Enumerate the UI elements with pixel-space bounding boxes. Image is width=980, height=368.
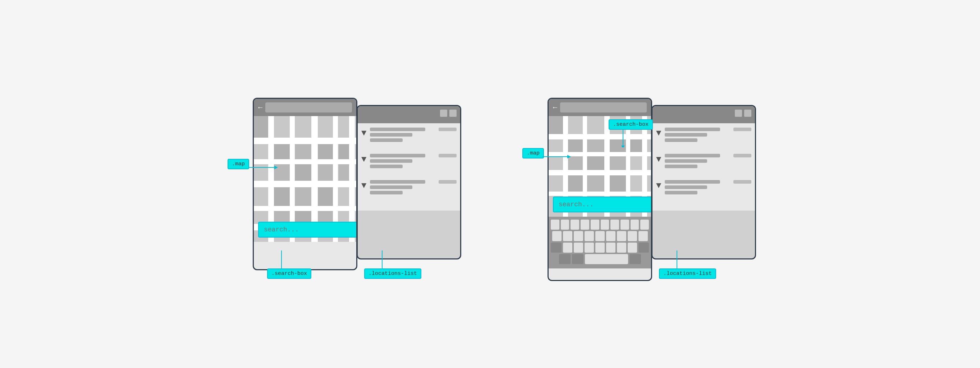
key[interactable]: [638, 231, 648, 241]
svg-rect-24: [295, 187, 311, 206]
keyboard-area: [549, 217, 651, 268]
top-bar-icons-1: [440, 109, 457, 117]
loc-line-sub: [665, 186, 707, 189]
key[interactable]: [561, 220, 570, 230]
svg-rect-54: [568, 175, 583, 192]
location-lines: [665, 128, 730, 144]
key[interactable]: [601, 220, 609, 230]
space-key[interactable]: [585, 254, 628, 264]
key[interactable]: [551, 220, 559, 230]
search-box-annotation-1: .search-box: [267, 268, 311, 279]
loc-line-sub: [665, 159, 707, 163]
key[interactable]: [611, 220, 619, 230]
search-input-1[interactable]: [258, 222, 357, 238]
location-lines: [665, 154, 730, 170]
svg-rect-31: [339, 164, 349, 181]
list-item: ▼: [361, 154, 457, 173]
key[interactable]: [620, 220, 629, 230]
key[interactable]: [591, 220, 599, 230]
pin-icon: ▼: [361, 181, 366, 190]
key[interactable]: [563, 243, 572, 253]
loc-line-title: [370, 180, 425, 184]
wireframe-group-1: .map .search-box .locations-list: [224, 76, 461, 292]
key[interactable]: [617, 231, 626, 241]
svg-rect-29: [254, 116, 268, 138]
numbers-key[interactable]: [559, 254, 571, 264]
pin-icon: ▼: [656, 154, 661, 164]
return-key[interactable]: [630, 254, 641, 264]
loc-line-detail: [370, 191, 402, 194]
locations-list-panel-1: ▼ ▼: [358, 123, 460, 211]
map-label-1: .map: [228, 159, 249, 169]
pin-icon: ▼: [656, 128, 661, 138]
svg-rect-56: [610, 175, 626, 192]
search-input-2[interactable]: [553, 197, 652, 213]
key[interactable]: [581, 220, 589, 230]
search-box-arrow-2: [619, 129, 627, 148]
map-label-2: .map: [522, 148, 544, 159]
top-bar-content-2: [560, 102, 647, 113]
key[interactable]: [606, 231, 616, 241]
loc-line-detail: [370, 138, 402, 142]
top-bar-list-2: [652, 106, 755, 123]
wireframe-group-2: .map .search-box .locations-list: [519, 76, 756, 292]
key[interactable]: [628, 231, 637, 241]
locations-list-label-1: .locations-list: [364, 268, 422, 279]
key[interactable]: [595, 231, 605, 241]
key[interactable]: [595, 243, 605, 253]
loc-line-detail: [665, 191, 697, 194]
svg-rect-19: [318, 144, 333, 159]
loc-line-title: [370, 154, 425, 157]
top-bar-icon-2: [449, 109, 457, 117]
search-box-label-2: .search-box: [609, 119, 653, 130]
key[interactable]: [571, 220, 579, 230]
list-item: ▼: [656, 180, 751, 199]
location-lines: [370, 128, 435, 144]
location-lines: [370, 180, 435, 196]
keyboard-row-2: [551, 231, 649, 241]
top-bar-2: ←: [549, 99, 651, 116]
locations-list-label-2: .locations-list: [659, 268, 716, 279]
key[interactable]: [574, 243, 583, 253]
svg-rect-21: [295, 164, 311, 181]
key[interactable]: [640, 220, 649, 230]
back-arrow-1[interactable]: ←: [258, 103, 262, 112]
locations-list-annotation-1: .locations-list: [364, 268, 422, 279]
map-area-2: [549, 116, 652, 217]
map-arrow-2: [542, 153, 571, 160]
search-box-1[interactable]: [258, 222, 357, 238]
key[interactable]: [552, 231, 562, 241]
pin-icon: ▼: [361, 154, 366, 164]
svg-marker-1: [274, 166, 278, 169]
back-arrow-2[interactable]: ←: [553, 103, 557, 112]
phone-frame-list-1: ▼ ▼: [356, 105, 461, 260]
emoji-key[interactable]: [572, 254, 584, 264]
key[interactable]: [585, 231, 594, 241]
key[interactable]: [628, 243, 637, 253]
locations-list-arrow-1: [379, 251, 386, 270]
svg-rect-22: [318, 164, 333, 181]
key[interactable]: [630, 220, 639, 230]
list-item: ▼: [361, 128, 457, 147]
key[interactable]: [574, 231, 583, 241]
key[interactable]: [585, 243, 594, 253]
locations-list-arrow-2: [673, 251, 681, 270]
location-lines: [665, 180, 730, 196]
search-box-annotation-2: .search-box: [609, 119, 653, 130]
search-box-arrow-1: [278, 251, 285, 270]
key[interactable]: [563, 231, 572, 241]
top-bar-icons-2: [735, 109, 751, 117]
shift-key[interactable]: [551, 243, 562, 253]
top-bar-1: ←: [254, 99, 356, 116]
loc-line-detail: [370, 165, 402, 168]
top-bar-icon-3: [735, 109, 742, 117]
key[interactable]: [606, 243, 616, 253]
main-container: .map .search-box .locations-list: [224, 76, 756, 292]
svg-rect-25: [318, 187, 333, 206]
search-box-2[interactable]: [553, 197, 652, 213]
key[interactable]: [617, 243, 626, 253]
map-arrow-1: [249, 164, 278, 171]
pin-icon: ▼: [656, 181, 661, 190]
delete-key[interactable]: [638, 243, 649, 253]
top-bar-list-1: [358, 106, 460, 123]
